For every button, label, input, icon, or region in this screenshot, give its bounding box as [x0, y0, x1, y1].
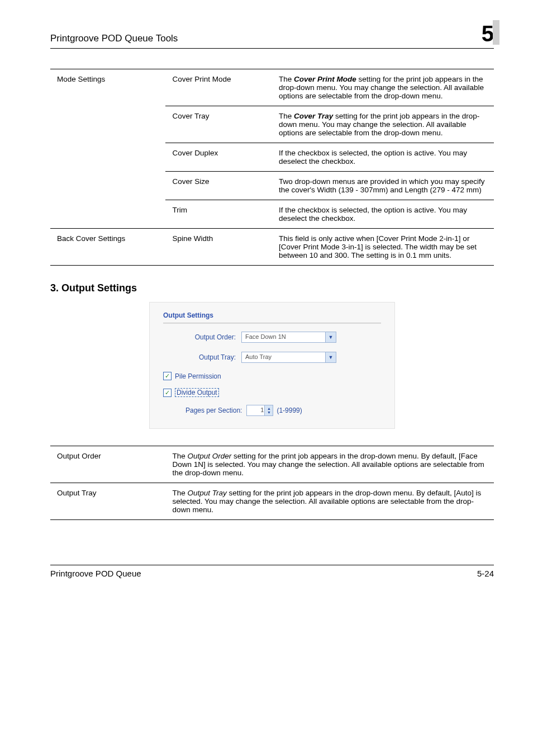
output-order-label: Output Order:: [163, 333, 241, 341]
text: Two drop-down menus are provided in whic…: [279, 177, 484, 194]
cell: Cover Tray: [165, 106, 272, 143]
cell: Two drop-down menus are provided in whic…: [272, 172, 494, 200]
chevron-down-icon: ▼: [325, 352, 336, 362]
table-row: Mode Settings Cover Print Mode The Cover…: [50, 69, 494, 106]
cell: Cover Print Mode: [165, 69, 272, 106]
cell: The Output Tray setting for the print jo…: [165, 483, 494, 520]
output-order-row: Output Order: Face Down 1N ▼: [163, 332, 381, 343]
chapter-shadow: [493, 20, 499, 45]
pile-permission-checkbox[interactable]: ✓: [163, 372, 172, 380]
cell: Output Tray: [50, 483, 165, 520]
divide-output-checkbox[interactable]: ✓: [163, 389, 172, 397]
panel-title: Output Settings: [163, 311, 381, 319]
chapter-box: 5: [482, 22, 494, 45]
header-title: Printgroove POD Queue Tools: [50, 33, 178, 44]
text-bold: Output Order: [187, 452, 231, 460]
output-tray-value: Auto Tray: [245, 353, 272, 360]
cell-mode-settings: Mode Settings: [50, 69, 165, 229]
text-bold: Cover Tray: [294, 112, 333, 120]
panel-rule: [163, 323, 381, 324]
text: This field is only active when [Cover Pr…: [279, 234, 477, 259]
cell: If the checkbox is selected, the option …: [272, 200, 494, 229]
cell: Cover Size: [165, 172, 272, 200]
cell: Trim: [165, 200, 272, 229]
text: If the checkbox is selected, the option …: [279, 206, 467, 223]
divide-output-label: Divide Output: [175, 388, 219, 397]
output-settings-panel: Output Settings Output Order: Face Down …: [149, 302, 395, 429]
table-row: Back Cover Settings Spine Width This fie…: [50, 229, 494, 266]
divide-output-row: ✓ Divide Output: [163, 388, 381, 397]
cell: Cover Duplex: [165, 143, 272, 172]
panel-wrap: Output Settings Output Order: Face Down …: [50, 302, 494, 429]
footer-right: 5-24: [477, 569, 494, 578]
output-order-value: Face Down 1N: [245, 333, 286, 340]
page-header: Printgroove POD Queue Tools 5: [50, 22, 494, 49]
stepper-arrows-icon: ▲▼: [264, 405, 273, 415]
cell: Output Order: [50, 446, 165, 483]
cell-back-cover: Back Cover Settings: [50, 229, 165, 266]
cell: The Cover Print Mode setting for the pri…: [272, 69, 494, 106]
cell: Spine Width: [165, 229, 272, 266]
footer-left: Printgroove POD Queue: [50, 569, 141, 578]
text: The: [172, 452, 187, 460]
text-bold: Output Tray: [187, 489, 226, 497]
cell: If the checkbox is selected, the option …: [272, 143, 494, 172]
output-tray-label: Output Tray:: [163, 353, 241, 361]
text: If the checkbox is selected, the option …: [279, 149, 467, 166]
mode-settings-table: Mode Settings Cover Print Mode The Cover…: [50, 69, 494, 266]
output-tray-row: Output Tray: Auto Tray ▼: [163, 352, 381, 363]
cell: The Cover Tray setting for the print job…: [272, 106, 494, 143]
cell: The Output Order setting for the print j…: [165, 446, 494, 483]
pages-per-section-value: 1: [260, 407, 264, 413]
pages-per-section-stepper[interactable]: 1 ▲▼: [246, 405, 273, 416]
chevron-down-icon: ▼: [325, 332, 336, 342]
table-row: Output Order The Output Order setting fo…: [50, 446, 494, 483]
output-tray-select[interactable]: Auto Tray ▼: [241, 352, 336, 363]
chapter-number: 5: [482, 21, 494, 46]
text: The: [172, 489, 187, 497]
output-order-select[interactable]: Face Down 1N ▼: [241, 332, 336, 343]
text: The: [279, 75, 294, 83]
output-desc-table: Output Order The Output Order setting fo…: [50, 446, 494, 520]
section-heading: 3. Output Settings: [50, 282, 494, 294]
text: The: [279, 112, 294, 120]
pages-per-section-range: (1-9999): [277, 407, 302, 414]
cell: This field is only active when [Cover Pr…: [272, 229, 494, 266]
table-row: Output Tray The Output Tray setting for …: [50, 483, 494, 520]
text-bold: Cover Print Mode: [294, 75, 356, 83]
page-footer: Printgroove POD Queue 5-24: [50, 565, 494, 578]
pages-per-section-label: Pages per Section:: [185, 407, 242, 414]
pile-permission-label: Pile Permission: [175, 372, 221, 380]
pile-permission-row: ✓ Pile Permission: [163, 372, 381, 380]
pages-per-section-row: Pages per Section: 1 ▲▼ (1-9999): [185, 405, 381, 416]
